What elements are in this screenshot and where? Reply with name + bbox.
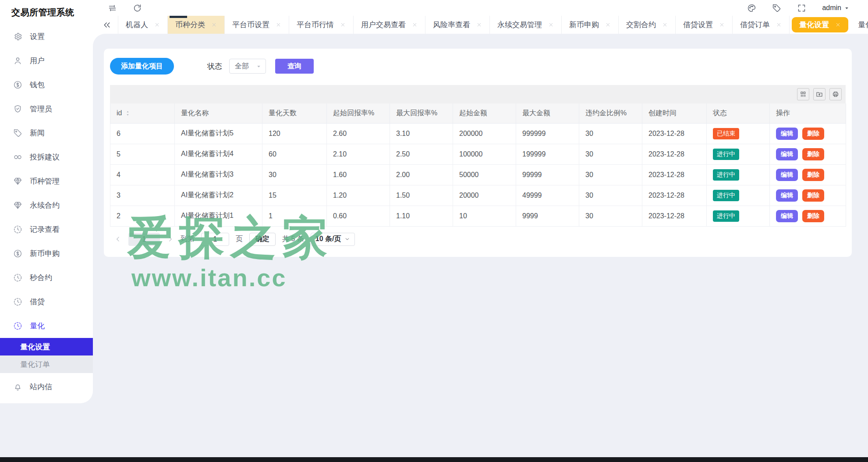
close-icon[interactable]: [276, 22, 281, 28]
clock-dashed-icon: [13, 225, 22, 234]
print-button[interactable]: [829, 88, 842, 100]
status-select[interactable]: 全部: [229, 59, 266, 74]
sidebar-item-settings[interactable]: 设置: [0, 25, 93, 49]
total-count-label: 共 5 条: [282, 235, 304, 244]
edit-button[interactable]: 编辑: [776, 148, 798, 160]
page-size-select[interactable]: 10 条/页: [311, 233, 355, 246]
refresh-icon[interactable]: [133, 4, 142, 13]
sidebar-item-lending[interactable]: 借贷: [0, 290, 93, 314]
confirm-page-button[interactable]: 确定: [249, 233, 276, 246]
chevron-right-icon[interactable]: [167, 235, 174, 243]
chevron-left-icon[interactable]: [114, 235, 122, 243]
print-icon: [832, 91, 839, 98]
sidebar-item-records[interactable]: 记录查看: [0, 217, 93, 242]
shield-check-icon: [13, 104, 22, 114]
tab-robot[interactable]: 机器人: [118, 16, 168, 34]
close-icon[interactable]: [211, 22, 217, 28]
close-icon[interactable]: [154, 22, 160, 28]
page-unit-label: 页: [236, 235, 243, 244]
submenu-item-label: 量化设置: [20, 342, 50, 352]
close-icon[interactable]: [605, 22, 611, 28]
close-icon[interactable]: [412, 22, 418, 28]
tab-delivery-contract[interactable]: 交割合约: [619, 16, 676, 34]
page-number-input[interactable]: [201, 233, 229, 246]
edit-button[interactable]: 编辑: [776, 210, 798, 222]
tab-coin-category[interactable]: 币种分类: [168, 16, 225, 34]
tab-lending-orders[interactable]: 借贷订单: [733, 16, 790, 34]
main-column: admin 机器人 币种分类 平台币设置 平台币行情 用户交易查看 风险率查看 …: [93, 0, 868, 462]
sidebar-item-wallet[interactable]: 钱包: [0, 73, 93, 97]
status-badge: 已结束: [713, 128, 739, 139]
tab-perpetual-manage[interactable]: 永续交易管理: [490, 16, 562, 34]
delete-button[interactable]: 删除: [802, 189, 824, 202]
user-menu[interactable]: admin: [822, 4, 850, 12]
status-select-value: 全部: [235, 62, 249, 71]
export-button[interactable]: [813, 88, 825, 100]
sidebar-item-label: 钱包: [30, 80, 45, 90]
tab-platform-coin-settings[interactable]: 平台币设置: [225, 16, 289, 34]
delete-button[interactable]: 删除: [802, 210, 824, 222]
edit-button[interactable]: 编辑: [776, 169, 798, 181]
palette-icon[interactable]: [747, 4, 756, 13]
edit-button[interactable]: 编辑: [776, 128, 798, 140]
sidebar-item-users[interactable]: 用户: [0, 49, 93, 73]
quant-table: id 量化名称 量化天数 起始回报率% 最大回报率% 起始金额 最大金额 违约金…: [110, 103, 846, 227]
col-id: id: [110, 103, 175, 123]
link-icon: [13, 153, 22, 162]
sidebar-item-second-contract[interactable]: 秒合约: [0, 266, 93, 290]
tabs-scroll-left[interactable]: [93, 16, 118, 34]
tab-label: 量化设置: [799, 20, 829, 30]
sidebar-item-admins[interactable]: 管理员: [0, 97, 93, 121]
submenu-item-quant-orders[interactable]: 量化订单: [0, 355, 93, 373]
submenu-item-quant-settings[interactable]: 量化设置: [0, 338, 93, 355]
clock-dashed-icon: [13, 297, 22, 306]
tab-label: 平台币设置: [232, 20, 269, 30]
sort-icon[interactable]: [124, 110, 131, 117]
delete-button[interactable]: 删除: [802, 128, 824, 140]
tab-lending-settings[interactable]: 借贷设置: [676, 16, 733, 34]
close-icon[interactable]: [476, 22, 482, 28]
close-icon[interactable]: [719, 22, 725, 28]
tab-label: 机器人: [126, 20, 148, 30]
tab-label: 币种分类: [175, 20, 205, 30]
double-chevron-left-icon: [103, 21, 111, 29]
tag-icon[interactable]: [772, 4, 781, 13]
tab-risk-view[interactable]: 风险率查看: [425, 16, 490, 34]
gear-icon: [13, 32, 22, 41]
tab-user-trades[interactable]: 用户交易查看: [354, 16, 425, 34]
status-filter-label: 状态: [207, 61, 222, 71]
column-settings-button[interactable]: [797, 88, 809, 100]
status-badge: 进行中: [713, 190, 739, 201]
close-icon[interactable]: [776, 22, 782, 28]
tab-quant-orders[interactable]: 量化订单: [850, 16, 868, 34]
app-title: 交易所管理系统: [0, 0, 93, 18]
edit-button[interactable]: 编辑: [776, 189, 798, 202]
delete-button[interactable]: 删除: [802, 148, 824, 160]
tab-quant-settings-active[interactable]: 量化设置: [792, 17, 848, 32]
current-page-button[interactable]: 1: [128, 233, 160, 246]
gem-icon: [13, 177, 22, 186]
sidebar-item-new-coin[interactable]: 新币申购: [0, 242, 93, 266]
sidebar-item-label: 记录查看: [30, 224, 60, 235]
table-row: 5 AI量化储蓄计划4 60 2.10 2.50 100000 199999 3…: [110, 144, 846, 164]
close-icon[interactable]: [340, 22, 346, 28]
sidebar-item-coin-manage[interactable]: 币种管理: [0, 169, 93, 193]
col-days: 量化天数: [262, 103, 327, 123]
close-icon[interactable]: [662, 22, 668, 28]
sidebar-item-site-mail[interactable]: 站内信: [0, 375, 93, 399]
sidebar-item-label: 投拆建议: [30, 152, 60, 162]
fullscreen-icon[interactable]: [797, 4, 806, 13]
close-icon[interactable]: [548, 22, 554, 28]
menu-fold-icon[interactable]: [108, 4, 117, 13]
delete-button[interactable]: 删除: [802, 169, 824, 181]
tab-platform-coin-market[interactable]: 平台币行情: [289, 16, 354, 34]
sidebar-item-label: 量化: [30, 321, 45, 331]
search-button[interactable]: 查询: [275, 59, 314, 74]
add-quant-project-button[interactable]: 添加量化项目: [110, 58, 174, 75]
close-icon[interactable]: [835, 22, 841, 28]
tab-new-coin[interactable]: 新币申购: [562, 16, 619, 34]
sidebar-item-feedback[interactable]: 投拆建议: [0, 145, 93, 169]
sidebar-item-perpetual[interactable]: 永续合约: [0, 193, 93, 217]
sidebar-item-quant[interactable]: 量化: [0, 314, 93, 338]
sidebar-item-news[interactable]: 新闻: [0, 121, 93, 145]
